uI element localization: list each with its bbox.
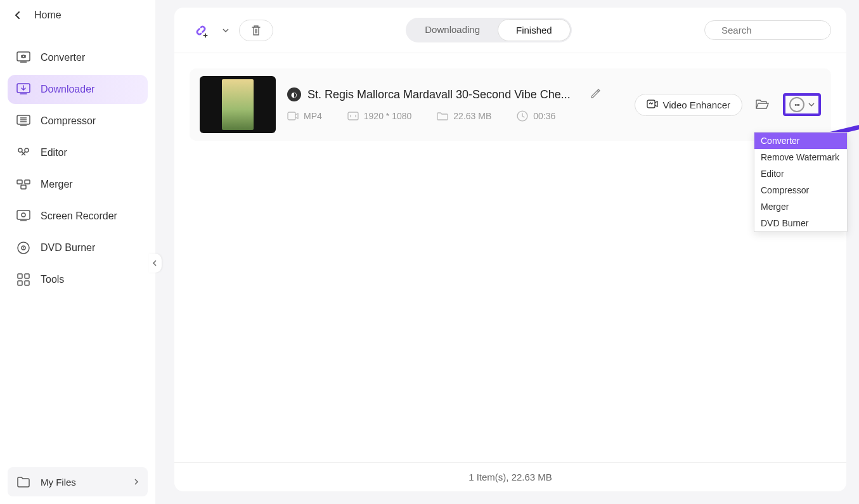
sidebar-header: Home: [0, 0, 155, 30]
menu-option-compressor[interactable]: Compressor: [754, 182, 847, 198]
sidebar: Home Converter Downloader Compressor Edi…: [0, 0, 155, 504]
clock-icon: [517, 110, 528, 122]
pencil-icon: [590, 88, 601, 100]
menu-option-merger[interactable]: Merger: [754, 198, 847, 215]
svg-rect-15: [25, 274, 29, 278]
sidebar-footer: My Files: [0, 460, 155, 504]
sidebar-collapse-handle[interactable]: [149, 254, 162, 273]
nav-label: Compressor: [41, 115, 96, 127]
svg-rect-6: [17, 180, 22, 184]
duration-value: 00:36: [533, 111, 555, 121]
converter-icon: [16, 51, 30, 65]
sidebar-item-screen-recorder[interactable]: Screen Recorder: [8, 202, 148, 231]
chevron-down-icon: [223, 28, 229, 33]
chevron-left-icon: [153, 260, 158, 266]
video-enhancer-button[interactable]: Video Enhancer: [635, 94, 742, 116]
svg-point-13: [23, 247, 24, 249]
sidebar-item-editor[interactable]: Editor: [8, 138, 148, 167]
format-value: MP4: [304, 111, 322, 121]
downloader-icon: [16, 82, 30, 96]
size-value: 22.63 MB: [453, 111, 491, 121]
content-card: Downloading Finished ◐ St. Regis Mallorc…: [174, 8, 846, 491]
svg-rect-7: [25, 180, 30, 184]
file-meta: MP4 1920 * 1080 22.63 MB 00:36: [287, 110, 623, 122]
tools-icon: [16, 273, 30, 287]
nav-label: DVD Burner: [41, 242, 95, 254]
folder-open-icon: [756, 99, 770, 110]
sidebar-item-downloader[interactable]: Downloader: [8, 75, 148, 104]
tab-downloading[interactable]: Downloading: [407, 19, 498, 41]
tab-finished[interactable]: Finished: [498, 19, 571, 41]
more-actions-highlight: •••: [783, 93, 821, 116]
sidebar-nav: Converter Downloader Compressor Editor M…: [0, 43, 155, 297]
search-input[interactable]: [721, 25, 842, 36]
nav-label: Tools: [41, 274, 64, 285]
svg-rect-17: [25, 281, 29, 285]
my-files-button[interactable]: My Files: [8, 467, 148, 496]
editor-icon: [16, 146, 30, 160]
status-bar: 1 Item(s), 22.63 MB: [174, 462, 846, 491]
trash-icon: [251, 25, 261, 36]
svg-rect-16: [18, 281, 22, 285]
more-actions-button[interactable]: •••: [789, 97, 804, 112]
home-label[interactable]: Home: [34, 10, 61, 21]
more-actions-menu: Converter Remove Watermark Editor Compre…: [754, 132, 848, 232]
sidebar-item-converter[interactable]: Converter: [8, 43, 148, 72]
nav-label: Screen Recorder: [41, 210, 117, 222]
svg-rect-14: [18, 274, 22, 278]
compressor-icon: [16, 114, 30, 128]
menu-option-remove-watermark[interactable]: Remove Watermark: [754, 149, 847, 165]
svg-point-10: [22, 213, 25, 217]
nav-label: Editor: [41, 147, 67, 158]
svg-rect-19: [288, 112, 295, 120]
nav-label: Downloader: [41, 84, 94, 95]
open-folder-button[interactable]: [754, 96, 772, 113]
menu-option-editor[interactable]: Editor: [754, 165, 847, 182]
size-meta: 22.63 MB: [437, 110, 491, 122]
file-body: ◐ St. Regis Mallorca Mardavall 30-Second…: [287, 87, 623, 122]
chevron-left-icon: [15, 11, 21, 20]
nav-label: Merger: [41, 179, 73, 190]
delete-button[interactable]: [239, 20, 273, 41]
chevron-down-icon: [808, 102, 815, 107]
file-title-row: ◐ St. Regis Mallorca Mardavall 30-Second…: [287, 87, 623, 101]
resolution-value: 1920 * 1080: [364, 111, 412, 121]
svg-point-1: [22, 55, 25, 58]
enhancer-label: Video Enhancer: [663, 100, 730, 110]
sidebar-item-merger[interactable]: Merger: [8, 170, 148, 199]
resolution-meta: 1920 * 1080: [347, 110, 412, 122]
add-url-button[interactable]: [190, 19, 212, 42]
folder-icon: [16, 475, 30, 489]
merger-icon: [16, 178, 30, 191]
my-files-label: My Files: [41, 477, 124, 488]
sidebar-item-compressor[interactable]: Compressor: [8, 107, 148, 136]
format-meta: MP4: [287, 110, 322, 122]
file-list: ◐ St. Regis Mallorca Mardavall 30-Second…: [174, 53, 846, 462]
svg-rect-20: [348, 112, 358, 120]
dvd-burner-icon: [16, 241, 30, 255]
search-box[interactable]: [704, 20, 831, 40]
resolution-icon: [347, 110, 359, 122]
sidebar-item-dvd-burner[interactable]: DVD Burner: [8, 233, 148, 262]
back-button[interactable]: [11, 9, 24, 22]
edit-title-button[interactable]: [590, 88, 602, 101]
svg-rect-8: [21, 185, 26, 189]
sidebar-item-tools[interactable]: Tools: [8, 265, 148, 294]
link-plus-icon: [192, 22, 210, 39]
more-dropdown-chevron[interactable]: [808, 102, 815, 107]
file-item[interactable]: ◐ St. Regis Mallorca Mardavall 30-Second…: [190, 68, 831, 141]
chevron-right-icon: [134, 478, 139, 486]
file-title: St. Regis Mallorca Mardavall 30-Second V…: [307, 88, 571, 101]
duration-meta: 00:36: [517, 110, 555, 122]
svg-rect-9: [17, 210, 30, 219]
folder-icon: [437, 110, 448, 122]
menu-option-converter[interactable]: Converter: [754, 132, 847, 149]
svg-rect-0: [17, 52, 30, 61]
tabs: Downloading Finished: [406, 18, 571, 42]
svg-rect-22: [647, 100, 655, 108]
thumbnail-image: [222, 79, 254, 130]
menu-option-dvd-burner[interactable]: DVD Burner: [754, 215, 847, 231]
video-thumbnail[interactable]: [200, 76, 276, 133]
nav-label: Converter: [41, 52, 85, 63]
url-dropdown-chevron[interactable]: [221, 26, 230, 35]
